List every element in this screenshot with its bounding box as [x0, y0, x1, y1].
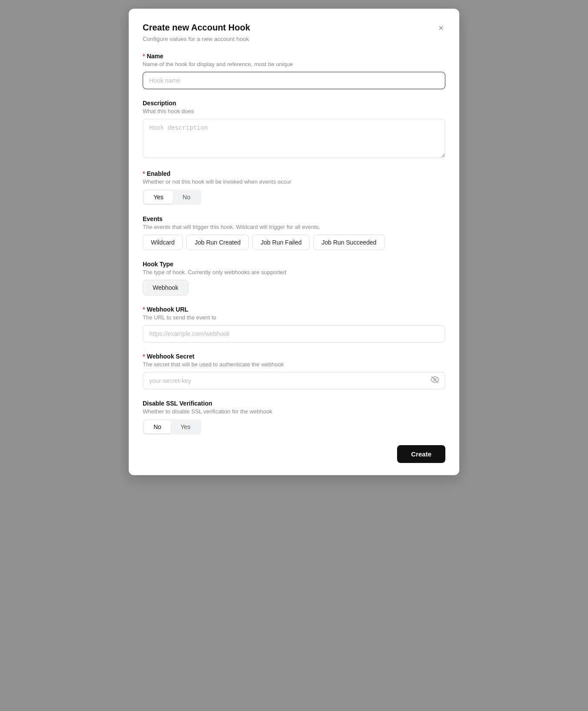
secret-input-wrapper	[143, 372, 445, 389]
hook-type-description: The type of hook. Currently only webhook…	[143, 269, 445, 275]
webhook-url-description: The URL to send the event to	[143, 314, 445, 321]
create-button[interactable]: Create	[397, 445, 445, 463]
event-job-run-succeeded-button[interactable]: Job Run Succeeded	[313, 235, 384, 250]
modal-title: Create new Account Hook	[143, 23, 250, 33]
webhook-url-section: * Webhook URL The URL to send the event …	[143, 306, 445, 342]
description-label: Description	[143, 100, 445, 107]
webhook-secret-description: The secret that will be used to authenti…	[143, 361, 445, 368]
event-job-run-failed-button[interactable]: Job Run Failed	[252, 235, 310, 250]
enabled-section: * Enabled Whether or not this hook will …	[143, 170, 445, 205]
disable-ssl-yes-button[interactable]: Yes	[171, 420, 200, 433]
disable-ssl-section: Disable SSL Verification Whether to disa…	[143, 400, 445, 435]
enabled-label: * Enabled	[143, 170, 445, 177]
webhook-url-label: * Webhook URL	[143, 306, 445, 313]
hook-type-label: Hook Type	[143, 261, 445, 268]
events-label: Events	[143, 215, 445, 222]
hook-name-input[interactable]	[143, 72, 445, 89]
events-section: Events The events that will trigger this…	[143, 215, 445, 250]
hook-type-webhook-button[interactable]: Webhook	[143, 280, 188, 295]
enabled-no-button[interactable]: No	[173, 191, 200, 204]
disable-ssl-label: Disable SSL Verification	[143, 400, 445, 407]
name-description: Name of the hook for display and referen…	[143, 61, 445, 67]
disable-ssl-description: Whether to disable SSL verification for …	[143, 408, 445, 415]
close-button[interactable]: ×	[437, 23, 445, 33]
event-job-run-created-button[interactable]: Job Run Created	[186, 235, 249, 250]
name-label: * Name	[143, 53, 445, 60]
hook-type-section: Hook Type The type of hook. Currently on…	[143, 261, 445, 295]
events-button-group: Wildcard Job Run Created Job Run Failed …	[143, 235, 445, 250]
enabled-description: Whether or not this hook will be invoked…	[143, 178, 445, 185]
webhook-url-input[interactable]	[143, 325, 445, 342]
webhook-secret-required-star: *	[143, 353, 145, 360]
toggle-secret-visibility-icon[interactable]	[431, 376, 439, 386]
hook-description-input[interactable]	[143, 119, 445, 158]
events-description: The events that will trigger this hook. …	[143, 224, 445, 230]
webhook-secret-label: * Webhook Secret	[143, 353, 445, 360]
modal-header: Create new Account Hook ×	[143, 23, 445, 33]
disable-ssl-toggle-group: No Yes	[143, 419, 201, 435]
disable-ssl-no-button[interactable]: No	[144, 420, 171, 433]
webhook-secret-section: * Webhook Secret The secret that will be…	[143, 353, 445, 389]
webhook-secret-input[interactable]	[143, 372, 445, 389]
description-section: Description What this hook does	[143, 100, 445, 160]
enabled-required-star: *	[143, 170, 145, 177]
form-footer: Create	[143, 445, 445, 463]
create-hook-modal: Create new Account Hook × Configure valu…	[129, 9, 459, 475]
enabled-yes-button[interactable]: Yes	[144, 191, 173, 204]
enabled-toggle-group: Yes No	[143, 189, 201, 205]
webhook-url-required-star: *	[143, 306, 145, 313]
name-section: * Name Name of the hook for display and …	[143, 53, 445, 89]
event-wildcard-button[interactable]: Wildcard	[143, 235, 183, 250]
description-desc: What this hook does	[143, 108, 445, 114]
modal-subtitle: Configure values for a new account hook	[143, 36, 445, 42]
name-required-star: *	[143, 53, 145, 60]
